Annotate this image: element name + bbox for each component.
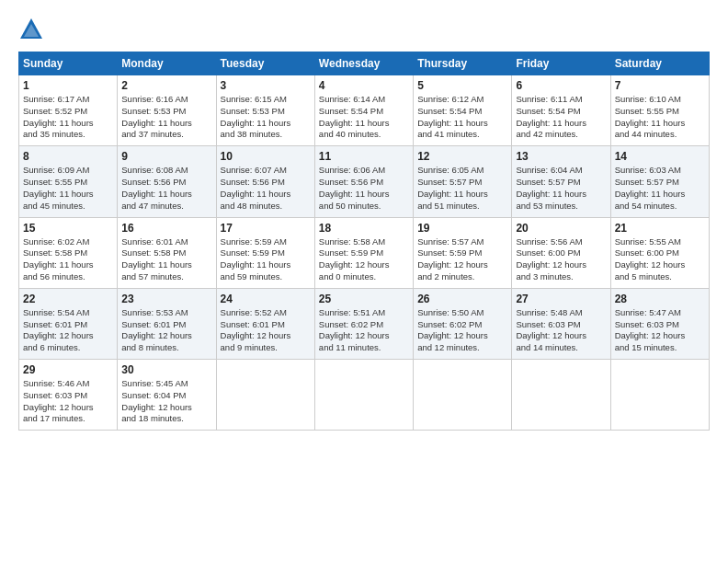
day-info: Sunrise: 6:11 AM Sunset: 5:54 PM Dayligh…: [516, 94, 606, 141]
column-header-monday: Monday: [118, 52, 216, 75]
column-header-sunday: Sunday: [19, 52, 118, 75]
calendar-week-row: 22Sunrise: 5:54 AM Sunset: 6:01 PM Dayli…: [19, 288, 710, 359]
day-info: Sunrise: 5:56 AM Sunset: 6:00 PM Dayligh…: [516, 236, 606, 283]
column-header-tuesday: Tuesday: [216, 52, 314, 75]
calendar-cell: 14Sunrise: 6:03 AM Sunset: 5:57 PM Dayli…: [610, 146, 709, 217]
day-info: Sunrise: 6:10 AM Sunset: 5:55 PM Dayligh…: [615, 94, 705, 141]
calendar-cell: 25Sunrise: 5:51 AM Sunset: 6:02 PM Dayli…: [314, 288, 413, 359]
day-number: 27: [516, 293, 606, 305]
day-number: 3: [221, 79, 311, 92]
calendar-week-row: 15Sunrise: 6:02 AM Sunset: 5:58 PM Dayli…: [19, 217, 710, 288]
day-number: 7: [615, 79, 705, 92]
day-number: 12: [417, 150, 507, 163]
day-info: Sunrise: 5:58 AM Sunset: 5:59 PM Dayligh…: [319, 236, 409, 283]
calendar-cell: [512, 360, 610, 431]
day-info: Sunrise: 6:02 AM Sunset: 5:58 PM Dayligh…: [23, 236, 113, 283]
day-info: Sunrise: 6:15 AM Sunset: 5:53 PM Dayligh…: [221, 94, 311, 141]
day-info: Sunrise: 5:53 AM Sunset: 6:01 PM Dayligh…: [121, 307, 211, 354]
day-info: Sunrise: 6:07 AM Sunset: 5:56 PM Dayligh…: [221, 165, 311, 212]
calendar-week-row: 29Sunrise: 5:46 AM Sunset: 6:03 PM Dayli…: [19, 360, 710, 431]
day-number: 21: [615, 222, 705, 235]
day-number: 13: [516, 150, 606, 163]
day-info: Sunrise: 5:45 AM Sunset: 6:04 PM Dayligh…: [121, 378, 211, 425]
day-number: 15: [23, 222, 113, 235]
day-info: Sunrise: 5:47 AM Sunset: 6:03 PM Dayligh…: [615, 307, 705, 354]
calendar-cell: 21Sunrise: 5:55 AM Sunset: 6:00 PM Dayli…: [610, 217, 709, 288]
calendar-cell: 13Sunrise: 6:04 AM Sunset: 5:57 PM Dayli…: [512, 146, 610, 217]
day-number: 25: [319, 293, 409, 305]
calendar-cell: 22Sunrise: 5:54 AM Sunset: 6:01 PM Dayli…: [19, 288, 118, 359]
day-info: Sunrise: 6:17 AM Sunset: 5:52 PM Dayligh…: [23, 94, 113, 141]
calendar-header-row: SundayMondayTuesdayWednesdayThursdayFrid…: [19, 52, 710, 75]
calendar-cell: 27Sunrise: 5:48 AM Sunset: 6:03 PM Dayli…: [512, 288, 610, 359]
calendar-week-row: 1Sunrise: 6:17 AM Sunset: 5:52 PM Daylig…: [19, 75, 710, 146]
day-info: Sunrise: 6:08 AM Sunset: 5:56 PM Dayligh…: [121, 165, 211, 212]
day-number: 26: [417, 293, 507, 305]
day-number: 29: [23, 363, 113, 376]
calendar-cell: 9Sunrise: 6:08 AM Sunset: 5:56 PM Daylig…: [118, 146, 216, 217]
page: SundayMondayTuesdayWednesdayThursdayFrid…: [0, 0, 728, 563]
day-info: Sunrise: 6:05 AM Sunset: 5:57 PM Dayligh…: [417, 165, 507, 212]
day-number: 8: [23, 150, 113, 163]
day-number: 18: [319, 222, 409, 235]
day-info: Sunrise: 5:54 AM Sunset: 6:01 PM Dayligh…: [23, 307, 113, 354]
logo-icon: [18, 17, 44, 42]
day-number: 24: [221, 293, 311, 305]
calendar-cell: 1Sunrise: 6:17 AM Sunset: 5:52 PM Daylig…: [19, 75, 118, 146]
day-info: Sunrise: 5:57 AM Sunset: 5:59 PM Dayligh…: [417, 236, 507, 283]
calendar-cell: [414, 360, 512, 431]
day-info: Sunrise: 6:04 AM Sunset: 5:57 PM Dayligh…: [516, 165, 606, 212]
calendar-cell: 16Sunrise: 6:01 AM Sunset: 5:58 PM Dayli…: [118, 217, 216, 288]
day-number: 11: [319, 150, 409, 163]
column-header-friday: Friday: [512, 52, 610, 75]
calendar-cell: 28Sunrise: 5:47 AM Sunset: 6:03 PM Dayli…: [610, 288, 709, 359]
day-number: 10: [221, 150, 311, 163]
calendar-cell: 20Sunrise: 5:56 AM Sunset: 6:00 PM Dayli…: [512, 217, 610, 288]
calendar-cell: 29Sunrise: 5:46 AM Sunset: 6:03 PM Dayli…: [19, 360, 118, 431]
calendar-cell: 26Sunrise: 5:50 AM Sunset: 6:02 PM Dayli…: [414, 288, 512, 359]
day-info: Sunrise: 6:03 AM Sunset: 5:57 PM Dayligh…: [615, 165, 705, 212]
calendar-cell: 4Sunrise: 6:14 AM Sunset: 5:54 PM Daylig…: [314, 75, 413, 146]
day-info: Sunrise: 5:52 AM Sunset: 6:01 PM Dayligh…: [221, 307, 311, 354]
day-info: Sunrise: 6:12 AM Sunset: 5:54 PM Dayligh…: [417, 94, 507, 141]
calendar-cell: 30Sunrise: 5:45 AM Sunset: 6:04 PM Dayli…: [118, 360, 216, 431]
calendar-cell: 12Sunrise: 6:05 AM Sunset: 5:57 PM Dayli…: [414, 146, 512, 217]
day-info: Sunrise: 6:09 AM Sunset: 5:55 PM Dayligh…: [23, 165, 113, 212]
day-number: 22: [23, 293, 113, 305]
day-number: 9: [121, 150, 211, 163]
calendar-cell: 7Sunrise: 6:10 AM Sunset: 5:55 PM Daylig…: [610, 75, 709, 146]
day-number: 14: [615, 150, 705, 163]
day-info: Sunrise: 6:14 AM Sunset: 5:54 PM Dayligh…: [319, 94, 409, 141]
day-number: 28: [615, 293, 705, 305]
day-number: 20: [516, 222, 606, 235]
day-number: 17: [221, 222, 311, 235]
calendar-cell: [610, 360, 709, 431]
calendar-cell: 24Sunrise: 5:52 AM Sunset: 6:01 PM Dayli…: [216, 288, 314, 359]
day-info: Sunrise: 5:48 AM Sunset: 6:03 PM Dayligh…: [516, 307, 606, 354]
calendar-cell: 6Sunrise: 6:11 AM Sunset: 5:54 PM Daylig…: [512, 75, 610, 146]
day-number: 1: [23, 79, 113, 92]
day-number: 4: [319, 79, 409, 92]
day-number: 6: [516, 79, 606, 92]
day-number: 5: [417, 79, 507, 92]
day-info: Sunrise: 5:55 AM Sunset: 6:00 PM Dayligh…: [615, 236, 705, 283]
day-info: Sunrise: 5:59 AM Sunset: 5:59 PM Dayligh…: [221, 236, 311, 283]
day-info: Sunrise: 5:50 AM Sunset: 6:02 PM Dayligh…: [417, 307, 507, 354]
calendar-cell: 11Sunrise: 6:06 AM Sunset: 5:56 PM Dayli…: [314, 146, 413, 217]
calendar-cell: 23Sunrise: 5:53 AM Sunset: 6:01 PM Dayli…: [118, 288, 216, 359]
day-info: Sunrise: 6:01 AM Sunset: 5:58 PM Dayligh…: [121, 236, 211, 283]
logo: [18, 17, 48, 42]
day-number: 23: [121, 293, 211, 305]
calendar-cell: 17Sunrise: 5:59 AM Sunset: 5:59 PM Dayli…: [216, 217, 314, 288]
calendar-week-row: 8Sunrise: 6:09 AM Sunset: 5:55 PM Daylig…: [19, 146, 710, 217]
day-number: 16: [121, 222, 211, 235]
calendar-table: SundayMondayTuesdayWednesdayThursdayFrid…: [18, 52, 710, 431]
header: [18, 17, 710, 42]
calendar-cell: 18Sunrise: 5:58 AM Sunset: 5:59 PM Dayli…: [314, 217, 413, 288]
column-header-saturday: Saturday: [610, 52, 709, 75]
day-info: Sunrise: 6:06 AM Sunset: 5:56 PM Dayligh…: [319, 165, 409, 212]
day-info: Sunrise: 6:16 AM Sunset: 5:53 PM Dayligh…: [121, 94, 211, 141]
calendar-cell: 3Sunrise: 6:15 AM Sunset: 5:53 PM Daylig…: [216, 75, 314, 146]
day-number: 19: [417, 222, 507, 235]
day-info: Sunrise: 5:46 AM Sunset: 6:03 PM Dayligh…: [23, 378, 113, 425]
